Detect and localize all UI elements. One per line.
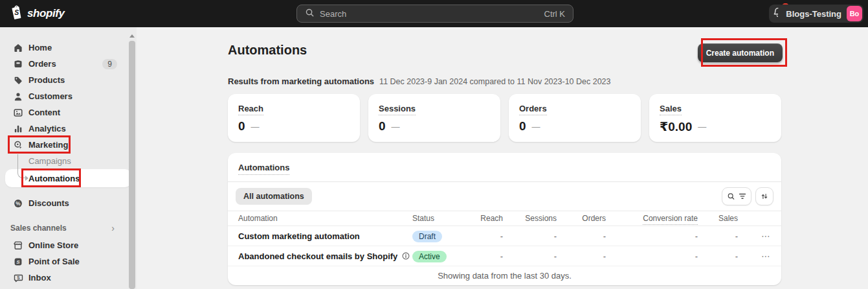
metric-value: 0 — [238, 119, 245, 133]
sidebar-scrollbar[interactable] — [129, 41, 135, 289]
search-icon — [305, 8, 315, 20]
status-badge: Draft — [412, 231, 442, 242]
metric-value: ₹0.00 — [660, 119, 692, 134]
shopify-admin-window: S shopify Search Ctrl K 1 — [0, 0, 868, 289]
sidebar-item-orders[interactable]: Orders 9 — [5, 56, 131, 72]
search-placeholder: Search — [320, 9, 539, 19]
results-date-range: 11 Dec 2023-9 Jan 2024 compared to 11 No… — [379, 77, 610, 86]
automations-table-card: Automations All automations — [228, 153, 781, 285]
metric-card-orders[interactable]: Orders 0— — [509, 94, 641, 142]
svg-text:%: % — [16, 200, 21, 206]
topbar: S shopify Search Ctrl K 1 — [0, 0, 868, 27]
sidebar-item-discounts[interactable]: % Discounts — [5, 195, 131, 211]
page-title: Automations — [228, 43, 307, 58]
sidebar-item-label: Products — [28, 75, 65, 85]
sidebar-item-label: Customers — [28, 91, 72, 101]
metric-label: Sessions — [379, 104, 416, 115]
search-icon — [727, 192, 735, 201]
tab-all-automations[interactable]: All automations — [236, 188, 312, 205]
column-header-sales[interactable]: Sales — [698, 214, 738, 223]
analytics-icon — [13, 124, 23, 134]
metric-label: Reach — [238, 104, 263, 115]
row-actions-menu-icon[interactable]: ⋯ — [738, 231, 771, 241]
discounts-icon: % — [13, 198, 23, 209]
sidebar-item-customers[interactable]: Customers — [5, 88, 131, 104]
sales-channels-header[interactable]: Sales channels › — [5, 222, 131, 235]
sidebar-item-label: Marketing — [28, 140, 68, 150]
sidebar-item-point-of-sale[interactable]: S Point of Sale — [5, 253, 131, 270]
metric-card-sessions[interactable]: Sessions 0— — [368, 94, 500, 142]
tree-connector-arrow — [25, 176, 28, 181]
inbox-icon: S — [13, 273, 23, 283]
reach-value: - — [471, 231, 503, 241]
table-row[interactable]: Custom marketing automation Draft - - - … — [228, 226, 781, 246]
store-name: Blogs-Testing — [786, 9, 841, 19]
avatar: Bo — [847, 6, 862, 21]
info-icon[interactable] — [401, 251, 410, 260]
sidebar-item-label: Inbox — [28, 273, 51, 283]
svg-text:S: S — [17, 275, 20, 280]
status-badge: Active — [412, 251, 447, 262]
marketing-icon — [13, 140, 23, 150]
sidebar-item-online-store[interactable]: Online Store — [5, 237, 131, 253]
column-header-sessions[interactable]: Sessions — [503, 214, 557, 223]
sidebar-item-products[interactable]: Products — [5, 72, 131, 88]
sort-icon — [761, 192, 768, 201]
conversion-value: - — [606, 231, 698, 241]
sidebar-item-label: Automations — [28, 174, 80, 183]
tree-connector — [17, 154, 26, 178]
column-header-reach[interactable]: Reach — [471, 214, 503, 223]
results-label: Results from marketing automations — [228, 76, 374, 86]
sidebar-item-marketing[interactable]: Marketing — [5, 137, 131, 153]
automation-name[interactable]: Custom marketing automation — [238, 231, 412, 241]
column-header-orders[interactable]: Orders — [557, 214, 606, 223]
sidebar-item-label: Point of Sale — [28, 257, 80, 266]
metric-card-reach[interactable]: Reach 0— — [228, 94, 360, 142]
metric-label: Orders — [519, 104, 547, 115]
metric-change: — — [392, 122, 400, 132]
metric-card-sales[interactable]: Sales ₹0.00— — [649, 94, 781, 142]
sidebar: Home Orders 9 Products Customers — [0, 27, 137, 289]
main-area: Automations Create automation Results fr… — [137, 27, 868, 289]
orders-count-badge: 9 — [102, 59, 117, 69]
automation-name[interactable]: Abandoned checkout emails by Shopify — [238, 251, 412, 261]
point-of-sale-icon: S — [13, 257, 23, 267]
home-icon — [13, 43, 23, 53]
content-icon — [13, 108, 23, 118]
sidebar-item-content[interactable]: Content — [5, 104, 131, 121]
sidebar-item-inbox[interactable]: S Inbox — [5, 270, 131, 286]
orders-value: - — [557, 251, 606, 261]
row-actions-menu-icon[interactable]: ⋯ — [738, 251, 771, 261]
sidebar-item-label: Home — [28, 43, 52, 52]
scrollbar-up-arrow[interactable] — [129, 34, 135, 38]
online-store-icon — [13, 240, 23, 251]
sidebar-item-label: Online Store — [28, 240, 78, 250]
svg-text:S: S — [16, 259, 20, 265]
sessions-value: - — [503, 231, 557, 241]
products-icon — [13, 75, 23, 86]
metric-change: — — [251, 122, 260, 132]
sales-channels-label: Sales channels — [10, 224, 67, 233]
column-header-status[interactable]: Status — [412, 214, 471, 223]
store-menu-button[interactable]: Blogs-Testing Bo — [778, 5, 863, 23]
sort-button[interactable] — [755, 187, 773, 205]
orders-icon — [13, 59, 23, 69]
metric-change: — — [532, 122, 540, 132]
global-search-input[interactable]: Search Ctrl K — [296, 5, 573, 23]
create-automation-button[interactable]: Create automation — [698, 43, 783, 62]
column-header-conversion-rate[interactable]: Conversion rate — [606, 214, 698, 223]
column-header-automation[interactable]: Automation — [238, 214, 412, 223]
metric-value: 0 — [379, 119, 386, 133]
sidebar-item-label: Discounts — [28, 198, 69, 208]
sidebar-item-home[interactable]: Home — [5, 40, 131, 56]
customers-icon — [13, 91, 23, 102]
sidebar-item-label: Orders — [28, 59, 56, 69]
filter-icon — [739, 192, 746, 200]
table-row[interactable]: Abandoned checkout emails by Shopify Act… — [228, 246, 781, 266]
sidebar-item-label: Campaigns — [28, 156, 71, 166]
sidebar-item-label: Analytics — [28, 124, 66, 133]
sidebar-item-analytics[interactable]: Analytics — [5, 121, 131, 137]
shopify-logo[interactable]: S shopify — [9, 0, 65, 27]
search-filter-button[interactable] — [722, 187, 751, 205]
sales-value: - — [698, 251, 738, 261]
